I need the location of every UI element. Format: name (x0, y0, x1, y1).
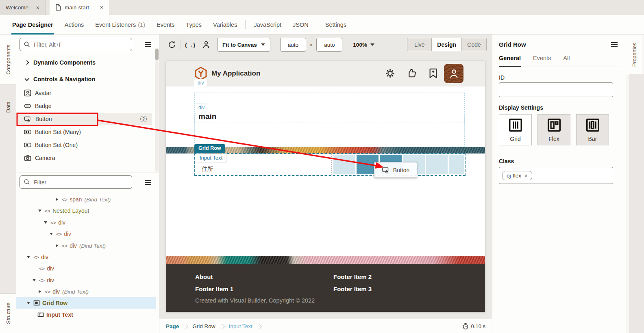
component-item-avatar[interactable]: Avatar (16, 87, 152, 99)
breadcrumb-grid-row[interactable]: Grid Row (192, 323, 215, 329)
tree-row-div[interactable]: <> div (16, 263, 156, 274)
rail-tab-components[interactable]: Components (0, 35, 16, 84)
bookmark-button[interactable] (428, 68, 438, 79)
grid-row-element[interactable]: 住所 (194, 153, 466, 176)
component-item-camera[interactable]: Camera (16, 152, 152, 164)
class-chip-oj-flex[interactable]: oj-flex × (502, 171, 532, 180)
dragged-button-ghost[interactable]: Button (374, 162, 417, 178)
footer-link-item3[interactable]: Footer Item 3 (333, 285, 372, 292)
component-item-button-set-many[interactable]: Button Set (Many) (16, 126, 152, 138)
display-option-grid[interactable]: Grid (499, 114, 532, 145)
component-item-button-set-one[interactable]: Button Set (One) (16, 139, 152, 151)
expand-down-icon[interactable] (38, 210, 41, 212)
tab-main-start[interactable]: main-start × (50, 0, 109, 15)
tab-all[interactable]: All (563, 55, 570, 67)
grid-cell[interactable] (333, 155, 355, 174)
page-canvas[interactable]: My Application div div main (166, 61, 485, 312)
remove-chip-icon[interactable]: × (524, 173, 528, 179)
scrollbar-thumb[interactable] (155, 49, 159, 60)
tree-row-div[interactable]: <> div (16, 251, 156, 263)
footer-link-about[interactable]: About (195, 273, 213, 280)
mode-design[interactable]: Design (432, 38, 462, 51)
canvas-height-input[interactable] (316, 38, 342, 52)
zoom-dropdown[interactable]: 100% (353, 42, 374, 48)
refresh-button[interactable] (168, 40, 176, 49)
button-icon (24, 115, 32, 123)
nav-actions[interactable]: Actions (59, 15, 90, 35)
breadcrumb-input-text[interactable]: Input Text (229, 323, 252, 329)
input-text-label-tag[interactable]: Input Text (196, 154, 226, 162)
components-filter[interactable] (20, 38, 132, 51)
components-menu-button[interactable] (144, 42, 152, 48)
collapsed-panel-strip[interactable] (629, 74, 644, 333)
components-filter-input[interactable] (34, 41, 128, 48)
display-option-bar[interactable]: Bar (576, 114, 609, 145)
expand-down-icon[interactable] (50, 233, 53, 235)
section-dynamic-components[interactable]: Dynamic Components (16, 56, 156, 69)
rail-tab-properties[interactable]: Properties (626, 35, 642, 75)
grid-row-tag[interactable]: Grid Row (194, 144, 225, 153)
user-avatar[interactable] (444, 64, 463, 83)
breadcrumb-page[interactable]: Page (166, 323, 179, 329)
header-div-tag[interactable]: div (194, 79, 207, 87)
components-scrollbar[interactable] (155, 48, 159, 172)
expand-down-icon[interactable] (44, 221, 47, 224)
canvas-width-input[interactable] (280, 38, 306, 52)
settings-gear-button[interactable] (385, 68, 396, 79)
tab-events[interactable]: Events (533, 55, 551, 67)
mode-code[interactable]: Code (462, 38, 486, 51)
mode-live[interactable]: Live (407, 38, 432, 51)
close-icon[interactable]: × (100, 4, 103, 11)
expand-right-icon[interactable] (39, 290, 41, 293)
like-button[interactable] (406, 68, 417, 79)
tree-row-div[interactable]: <> div (16, 275, 156, 286)
class-input[interactable]: oj-flex × (499, 167, 613, 184)
nav-json[interactable]: JSON (287, 15, 314, 35)
footer-link-item1[interactable]: Footer Item 1 (195, 285, 233, 292)
rail-tab-data[interactable]: Data (0, 84, 16, 129)
nav-types[interactable]: Types (180, 15, 207, 35)
tree-row-div-bind[interactable]: <> div (Bind Text) (16, 286, 156, 297)
structure-menu-button[interactable] (144, 179, 152, 185)
expand-down-icon[interactable] (27, 256, 30, 258)
section-controls-navigation[interactable]: Controls & Navigation (16, 73, 156, 85)
tree-row-input-text[interactable]: Input Text (16, 309, 156, 320)
properties-menu-button[interactable] (611, 42, 618, 48)
connections-button[interactable]: (→) (185, 41, 195, 48)
nav-event-listeners[interactable]: Event Listeners(1) (89, 15, 151, 35)
fit-to-canvas-dropdown[interactable]: Fit to Canvas (217, 38, 270, 52)
nav-events[interactable]: Events (151, 15, 180, 35)
tree-row-span[interactable]: <> span (Bind Text) (16, 194, 156, 205)
grid-cell[interactable] (449, 155, 464, 174)
help-icon[interactable]: ? (140, 116, 147, 122)
footer-link-item2[interactable]: Footer Item 2 (333, 273, 372, 280)
tree-row-grid-row[interactable]: Grid Row (16, 297, 156, 309)
tree-row-nested-layout[interactable]: <> Nested Layout (16, 205, 156, 216)
tab-welcome[interactable]: Welcome × (0, 0, 46, 15)
nav-settings[interactable]: Settings (320, 15, 352, 35)
display-option-flex[interactable]: Flex (537, 114, 570, 145)
main-div-tag[interactable]: div (195, 104, 208, 112)
expand-right-icon[interactable] (56, 198, 58, 201)
close-icon[interactable]: × (36, 4, 39, 11)
tree-row-div[interactable]: <> div (16, 228, 156, 240)
component-item-button[interactable]: Button ? (16, 113, 152, 125)
nav-javascript[interactable]: JavaScript (248, 15, 287, 35)
nav-variables[interactable]: Variables (207, 15, 243, 35)
component-item-badge[interactable]: Badge (16, 100, 152, 112)
nav-page-designer[interactable]: Page Designer (7, 15, 59, 35)
structure-filter[interactable] (20, 175, 132, 189)
grid-cell[interactable] (426, 155, 448, 174)
user-context-button[interactable] (202, 40, 211, 49)
expand-down-icon[interactable] (27, 302, 30, 304)
expand-right-icon[interactable] (56, 244, 58, 247)
tree-row-div[interactable]: <> div (16, 217, 156, 228)
expand-down-icon[interactable] (33, 279, 36, 281)
main-div-outline[interactable] (194, 111, 465, 123)
app-header-div[interactable]: My Application (166, 61, 485, 86)
structure-filter-input[interactable] (34, 179, 128, 186)
id-input[interactable] (499, 82, 613, 97)
tab-general[interactable]: General (499, 55, 521, 67)
tree-row-div-bind[interactable]: <> div (Bind Text) (16, 240, 156, 251)
rail-tab-structure[interactable]: Structure (0, 293, 16, 333)
